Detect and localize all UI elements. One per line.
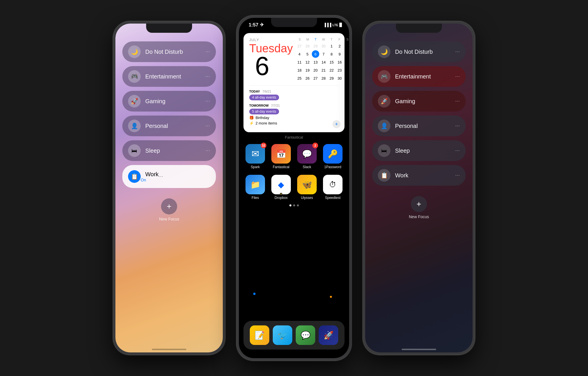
- calendar-widget[interactable]: JULY Tuesday 6 S M T W T F S: [243, 33, 345, 132]
- phones-container: 🌙 Do Not Disturb ··· 🎮 Entertainment ···…: [0, 0, 588, 376]
- slack-label: Slack: [303, 165, 311, 169]
- cal-cell-14: 14: [320, 58, 327, 66]
- dropbox-label: Dropbox: [274, 196, 287, 200]
- gaming-dots-dark[interactable]: ···: [455, 99, 460, 104]
- iphone-light: 🌙 Do Not Disturb ··· 🎮 Entertainment ···…: [113, 21, 225, 355]
- dock-rocket[interactable]: 🚀: [319, 325, 338, 345]
- entertainment-label-dark: Entertainment: [395, 73, 455, 80]
- work-dots-dark[interactable]: ···: [455, 173, 460, 178]
- notch-dark: [397, 24, 441, 32]
- new-focus-button-dark[interactable]: + New Focus: [365, 196, 473, 219]
- silent-switch-home: [237, 47, 238, 57]
- focus-item-sleep-light[interactable]: 🛏 Sleep ···: [122, 140, 216, 161]
- fantastical-icon: 📅: [271, 144, 291, 164]
- dock-tweetbot[interactable]: 🐦: [273, 325, 292, 345]
- phone3-screen: 🌙 Do Not Disturb ··· 🎮 Entertainment ···…: [365, 24, 473, 352]
- battery-icon: ▉: [339, 23, 342, 27]
- personal-icon-dark: 👤: [378, 120, 390, 132]
- dock-messages[interactable]: 💬: [296, 325, 315, 345]
- dropbox-dot: [280, 193, 282, 195]
- focus-item-gaming-light[interactable]: 🚀 Gaming ···: [122, 91, 216, 112]
- focus-item-work-on[interactable]: 📋 Work On ···: [122, 165, 216, 188]
- vol-down-dark[interactable]: [363, 88, 364, 103]
- spark-icon: ✉ 32: [245, 144, 265, 164]
- power-btn-dark[interactable]: [474, 75, 475, 98]
- tweetbot-dock-icon: 🐦: [273, 325, 292, 345]
- cal-cell-21: 21: [320, 66, 327, 74]
- cal-cell-10: 10: [344, 50, 349, 58]
- iphone-dark: 🌙 Do Not Disturb ··· 🎮 Entertainment ···…: [363, 21, 475, 355]
- vol-up-home[interactable]: [237, 64, 238, 78]
- app-1password[interactable]: 🔑 1Password: [322, 144, 343, 169]
- focus-item-personal-dark[interactable]: 👤 Personal ···: [372, 116, 466, 136]
- app-spark[interactable]: ✉ 32 Spark: [245, 144, 266, 169]
- work-label-dark: Work: [395, 172, 455, 179]
- power-button[interactable]: [224, 75, 225, 98]
- entertainment-dots-light[interactable]: ···: [206, 74, 210, 79]
- dock: 📝 🐦 💬 🚀: [243, 321, 345, 350]
- 1password-icon: 🔑: [323, 144, 343, 164]
- vol-up-button[interactable]: [113, 70, 114, 84]
- files-icon: 📁: [245, 175, 265, 194]
- sleep-dots-dark[interactable]: ···: [455, 148, 460, 153]
- do-not-disturb-label: Do Not Disturb: [145, 49, 206, 55]
- vol-down-home[interactable]: [237, 83, 238, 97]
- cal-cell-1: 1: [328, 42, 335, 50]
- notes-dock-icon: 📝: [250, 325, 269, 345]
- personal-dots-dark[interactable]: ···: [455, 123, 460, 128]
- fantastical-label: Fantastical: [239, 135, 349, 139]
- focus-item-entertainment-dark[interactable]: 🎮 Entertainment ···: [372, 66, 466, 87]
- do-not-disturb-dots[interactable]: ···: [206, 49, 210, 54]
- tomorrow-label: TOMORROW: [249, 104, 269, 107]
- work-dots-light[interactable]: ···: [158, 174, 163, 179]
- app-files[interactable]: 📁 Files: [245, 175, 266, 200]
- gaming-dots-light[interactable]: ···: [206, 99, 210, 104]
- deco-dot-orange2: [330, 296, 332, 298]
- entertainment-label-light: Entertainment: [145, 73, 206, 80]
- app-ulysses[interactable]: 🦋 Ulysses: [296, 175, 318, 200]
- spark-label: Spark: [251, 165, 260, 169]
- home-indicator-light: [152, 349, 186, 350]
- personal-dots-light[interactable]: ···: [206, 123, 210, 128]
- cal-cell-6-today[interactable]: 6: [312, 50, 319, 58]
- vol-down-button[interactable]: [113, 88, 114, 103]
- app-speedtest[interactable]: ⏱ Speedtest: [322, 175, 343, 200]
- cal-events-section: TODAY 7/6/21 4 all-day events TOMORROW 7…: [249, 85, 339, 125]
- focus-item-gaming-dark[interactable]: 🚀 Gaming ···: [372, 91, 466, 112]
- focus-item-do-not-disturb-dark[interactable]: 🌙 Do Not Disturb ···: [372, 41, 466, 62]
- status-bar-light: [115, 24, 223, 30]
- cal-cell-7: 7: [320, 50, 327, 58]
- cal-cell-17: 17: [344, 58, 349, 66]
- today-events-row: TODAY 7/6/21 4 all-day events: [249, 89, 339, 100]
- tomorrow-events-badge[interactable]: 5 all-day events: [249, 109, 279, 114]
- today-events-badge[interactable]: 4 all-day events: [249, 95, 279, 100]
- new-focus-button-light[interactable]: + New Focus: [115, 198, 223, 221]
- sleep-dots-light[interactable]: ···: [206, 148, 210, 153]
- focus-item-sleep-dark[interactable]: 🛏 Sleep ···: [372, 140, 466, 161]
- work-on-sub: On: [141, 178, 158, 182]
- deco-dot-blue: [253, 293, 256, 295]
- do-not-disturb-dots-dark[interactable]: ···: [455, 49, 460, 54]
- vol-up-dark[interactable]: [363, 70, 364, 84]
- ulysses-icon: 🦋: [297, 175, 317, 194]
- lte-label: LTE: [332, 23, 338, 27]
- new-focus-label-dark: New Focus: [409, 214, 429, 219]
- entertainment-icon-dark: 🎮: [378, 70, 390, 83]
- power-btn-home[interactable]: [350, 70, 351, 93]
- app-dropbox[interactable]: ◆ Dropbox: [270, 175, 292, 200]
- cal-plus-button[interactable]: +: [332, 120, 341, 128]
- sleep-label-light: Sleep: [145, 147, 206, 154]
- signal-icon: ▐▐▐: [323, 23, 331, 27]
- focus-item-do-not-disturb[interactable]: 🌙 Do Not Disturb ···: [122, 41, 216, 62]
- new-focus-circle-light: +: [161, 198, 177, 214]
- work-icon-dark: 📋: [378, 169, 390, 182]
- focus-item-personal-light[interactable]: 👤 Personal ···: [122, 116, 216, 136]
- cal-cell-24: 24: [344, 66, 349, 74]
- app-slack[interactable]: 💬 2 Slack: [296, 144, 318, 169]
- focus-item-work-dark[interactable]: 📋 Work ···: [372, 165, 466, 186]
- more-items-event[interactable]: ⚡ 2 more items: [249, 121, 339, 125]
- entertainment-dots-dark[interactable]: ···: [455, 74, 460, 79]
- app-fantastical[interactable]: 📅 Fantastical: [270, 144, 292, 169]
- dock-notes[interactable]: 📝: [250, 325, 269, 345]
- focus-item-entertainment-light[interactable]: 🎮 Entertainment ···: [122, 66, 216, 87]
